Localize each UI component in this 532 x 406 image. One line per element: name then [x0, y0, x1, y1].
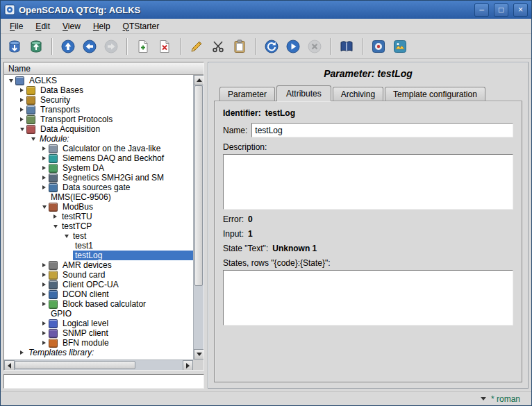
tree-header[interactable]: Name — [4, 62, 203, 75]
tree-item-security[interactable]: Security — [4, 95, 193, 105]
collapse-arrow-icon[interactable] — [28, 137, 38, 141]
menu-edit[interactable]: Edit — [29, 20, 56, 33]
tab-archiving[interactable]: Archiving — [333, 87, 383, 101]
tree-item-calculator-on-the-java-like[interactable]: Calculator on the Java-like — [4, 144, 193, 153]
collapse-arrow-icon[interactable] — [6, 79, 15, 83]
expand-arrow-icon[interactable] — [40, 166, 49, 170]
vertical-scroll-track[interactable] — [194, 85, 203, 349]
tree-item-client-opc-ua[interactable]: Client OPC-UA — [4, 280, 193, 289]
paste-item-button[interactable] — [230, 37, 249, 56]
expand-arrow-icon[interactable] — [40, 341, 49, 345]
scroll-down-button[interactable] — [194, 349, 204, 360]
tree-item-testtcp[interactable]: testTCP — [4, 221, 193, 231]
tree-item-templates-library[interactable]: Templates library: — [4, 348, 193, 357]
expand-arrow-icon[interactable] — [40, 176, 49, 180]
tree-item-segnetics-smh2gi-and-sm[interactable]: Segnetics SMH2Gi and SM — [4, 173, 193, 183]
expand-arrow-icon[interactable] — [51, 214, 60, 219]
expand-arrow-icon[interactable] — [40, 321, 49, 325]
previous-button[interactable] — [80, 37, 99, 56]
scroll-up-button[interactable] — [194, 75, 204, 85]
scroll-right-button[interactable] — [183, 360, 193, 371]
vertical-scroll-slider[interactable] — [194, 85, 203, 286]
vision-starter-button[interactable] — [390, 37, 410, 56]
refresh-button[interactable] — [262, 37, 281, 56]
cut-item-button[interactable] — [208, 37, 228, 56]
next-button[interactable] — [101, 37, 121, 56]
tree-item-aglks[interactable]: AGLKS — [4, 76, 193, 85]
tree-item-system-da[interactable]: System DA — [4, 163, 193, 173]
collapse-arrow-icon[interactable] — [40, 205, 49, 209]
qtcfg-starter-button[interactable] — [369, 37, 388, 56]
tree-item-logical-level[interactable]: Logical level — [4, 319, 193, 328]
collapse-arrow-icon[interactable] — [62, 235, 71, 238]
tree-item-sound-card[interactable]: Sound card — [4, 270, 193, 280]
close-button[interactable]: × — [513, 3, 528, 17]
horizontal-scroll-slider[interactable] — [15, 361, 135, 369]
expand-arrow-icon[interactable] — [40, 331, 49, 335]
clipboard-icon — [232, 39, 247, 54]
expand-arrow-icon[interactable] — [40, 185, 49, 189]
menu-file[interactable]: File — [3, 20, 29, 33]
up-button[interactable] — [58, 37, 78, 56]
load-from-db-button[interactable] — [5, 37, 24, 56]
tree-item-transport-protocols[interactable]: Transport Protocols — [4, 115, 193, 124]
stop-updating-button[interactable] — [305, 37, 324, 56]
tab-template-configuration[interactable]: Template configuration — [385, 87, 485, 101]
tree-item-data-acquisition[interactable]: Data Acquisition — [4, 124, 193, 134]
collapse-arrow-icon[interactable] — [17, 128, 26, 131]
expand-arrow-icon[interactable] — [40, 156, 49, 160]
states-rows-textarea[interactable] — [223, 270, 513, 325]
expand-arrow-icon[interactable] — [40, 282, 49, 287]
start-updating-button[interactable] — [283, 37, 303, 56]
expand-arrow-icon[interactable] — [17, 108, 26, 112]
tree-item-testrtu[interactable]: testRTU — [4, 212, 193, 221]
tree-item-transports[interactable]: Transports — [4, 105, 193, 115]
description-textarea[interactable] — [223, 154, 513, 210]
tree-item-module[interactable]: Module: — [4, 134, 193, 144]
tree-item-siemens-daq-and-beckhof[interactable]: Siemens DAQ and Beckhof — [4, 153, 193, 163]
expand-arrow-icon[interactable] — [17, 117, 26, 121]
tree-item-data-bases[interactable]: Data Bases — [4, 85, 193, 95]
copy-item-button[interactable] — [187, 37, 206, 56]
expand-arrow-icon[interactable] — [40, 263, 49, 267]
qtcfg-app-icon — [371, 39, 386, 54]
tab-attributes[interactable]: Attributes — [276, 85, 331, 101]
menu-help[interactable]: Help — [87, 20, 117, 33]
maximize-button[interactable]: □ — [494, 3, 508, 17]
tab-parameter[interactable]: Parameter — [219, 87, 275, 101]
menu-qtstarter[interactable]: QTStarter — [117, 20, 166, 33]
expand-arrow-icon[interactable] — [40, 302, 49, 306]
expand-arrow-icon[interactable] — [17, 350, 26, 355]
horizontal-scroll-track[interactable] — [15, 360, 183, 370]
tree-item-test[interactable]: test — [4, 231, 193, 241]
tree-item-data-sources-gate[interactable]: Data sources gateMMS(IEC-9506) — [4, 183, 193, 202]
transports-icon — [26, 105, 35, 115]
expand-arrow-icon[interactable] — [40, 292, 49, 296]
collapse-arrow-icon[interactable] — [51, 225, 60, 228]
tree-item-bfn-module[interactable]: BFN module — [4, 338, 193, 348]
tree-item-dcon-client[interactable]: DCON client — [4, 289, 193, 299]
tree-item-modbus[interactable]: ModBus — [4, 202, 193, 212]
name-input[interactable] — [251, 123, 513, 137]
tree-horizontal-scrollbar[interactable] — [4, 360, 193, 370]
tree-filter-input[interactable] — [3, 374, 204, 389]
expand-arrow-icon[interactable] — [17, 88, 26, 92]
user-dropdown-icon[interactable] — [481, 397, 486, 400]
expand-arrow-icon[interactable] — [40, 273, 49, 277]
minimize-button[interactable]: – — [474, 3, 489, 17]
tree-item-snmp-client[interactable]: SNMP client — [4, 328, 193, 338]
save-db-icon — [28, 39, 44, 54]
expand-arrow-icon[interactable] — [17, 98, 26, 102]
add-item-button[interactable] — [133, 37, 153, 56]
save-to-db-button[interactable] — [26, 37, 46, 56]
tree-vertical-scrollbar[interactable] — [193, 75, 203, 360]
manual-button[interactable] — [337, 37, 356, 56]
menu-view[interactable]: View — [56, 20, 87, 33]
tree-item-testlog[interactable]: testLog — [4, 251, 193, 260]
tree-item-block-based-calculator[interactable]: Block based calculatorGPIO — [4, 299, 193, 319]
tree-item-test1[interactable]: test1 — [4, 241, 193, 251]
delete-item-button[interactable] — [155, 37, 174, 56]
expand-arrow-icon[interactable] — [40, 146, 49, 151]
scroll-left-button[interactable] — [4, 360, 15, 371]
tree-item-amr-devices[interactable]: AMR devices — [4, 260, 193, 270]
